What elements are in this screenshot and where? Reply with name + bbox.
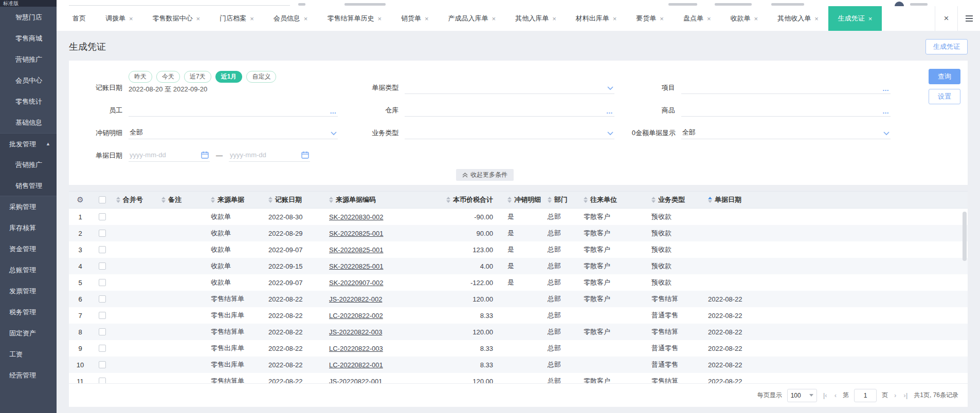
- avatar[interactable]: [895, 2, 904, 6]
- close-icon[interactable]: ×: [707, 15, 711, 23]
- row-checkbox[interactable]: [99, 328, 106, 335]
- tab-收款单[interactable]: 收款单×: [721, 6, 768, 31]
- ellipsis-icon[interactable]: …: [882, 107, 890, 115]
- ellipsis-icon[interactable]: …: [330, 107, 337, 115]
- sidebar-item-基础信息[interactable]: 基础信息: [0, 112, 57, 133]
- tab-零售数据中心[interactable]: 零售数据中心×: [143, 6, 210, 31]
- column-header-来源单据[interactable]: 来源单据: [208, 192, 265, 208]
- sidebar-item-资金管理[interactable]: 资金管理: [0, 238, 57, 259]
- tab-销货单[interactable]: 销货单×: [391, 6, 439, 31]
- source-doc-link[interactable]: LC-20220822-003: [329, 345, 383, 352]
- zero-amount-select[interactable]: 全部: [681, 126, 891, 139]
- doc-date-end-input[interactable]: yyyy-mm-dd: [229, 148, 310, 162]
- settings-button[interactable]: 设置: [929, 89, 960, 104]
- sort-icon[interactable]: [548, 197, 552, 203]
- last-page-icon[interactable]: ›|: [902, 391, 909, 399]
- column-header-部门[interactable]: 部门: [545, 192, 580, 208]
- source-doc-link[interactable]: SK-20220907-002: [329, 279, 384, 287]
- close-icon[interactable]: ×: [129, 15, 133, 23]
- tab-要货单[interactable]: 要货单×: [626, 6, 674, 31]
- column-header-备注[interactable]: 备注: [158, 192, 208, 208]
- table-row[interactable]: 5收款单2022-09-07SK-20220907-002-122.00是总部零…: [69, 274, 968, 291]
- source-doc-link[interactable]: SK-20220825-001: [329, 246, 384, 254]
- column-header-记账日期[interactable]: 记账日期: [265, 192, 326, 208]
- source-doc-link[interactable]: JS-20220822-002: [329, 295, 382, 303]
- tab-零售结算单历史[interactable]: 零售结算单历史×: [317, 6, 391, 31]
- column-header-来源单据编码[interactable]: 来源单据编码: [326, 192, 404, 208]
- sort-icon[interactable]: [584, 197, 588, 203]
- sidebar-item-营销推广[interactable]: 营销推广: [0, 49, 57, 70]
- row-checkbox[interactable]: [99, 361, 106, 368]
- doc-date-start-input[interactable]: yyyy-mm-dd: [129, 148, 210, 162]
- close-icon[interactable]: ×: [613, 15, 617, 23]
- sidebar-item-销售管理[interactable]: 销售管理: [0, 175, 57, 196]
- sidebar-item-智慧门店[interactable]: 智慧门店: [0, 7, 57, 28]
- sidebar-item-营销推广[interactable]: 营销推广: [0, 154, 57, 175]
- row-checkbox[interactable]: [99, 230, 106, 237]
- tab-盘点单[interactable]: 盘点单×: [674, 6, 721, 31]
- source-doc-link[interactable]: SK-20220825-001: [329, 230, 384, 237]
- column-header-单据日期[interactable]: 单据日期: [705, 192, 968, 208]
- sort-icon[interactable]: [446, 197, 450, 203]
- row-checkbox[interactable]: [99, 345, 106, 352]
- sidebar-item-采购管理[interactable]: 采购管理: [0, 196, 57, 217]
- date-preset-近7天[interactable]: 近7天: [184, 71, 211, 83]
- source-doc-link[interactable]: LC-20220822-002: [329, 312, 383, 320]
- row-checkbox[interactable]: [99, 246, 106, 253]
- date-preset-今天[interactable]: 今天: [156, 71, 180, 83]
- select-all-checkbox[interactable]: [99, 196, 106, 203]
- page-number-input[interactable]: [854, 389, 877, 402]
- date-preset-近1月[interactable]: 近1月: [215, 71, 243, 83]
- close-icon[interactable]: ×: [304, 15, 308, 23]
- table-row[interactable]: 7零售出库单2022-08-22LC-20220822-0028.33总部普通零…: [69, 307, 968, 324]
- employee-input[interactable]: …: [129, 103, 338, 117]
- business-type-select[interactable]: [405, 126, 614, 139]
- ellipsis-icon[interactable]: …: [882, 85, 890, 92]
- column-header-业务类型[interactable]: 业务类型: [648, 192, 705, 208]
- sidebar-item-零售统计[interactable]: 零售统计: [0, 91, 57, 112]
- collapse-conditions-button[interactable]: 收起更多条件: [456, 169, 514, 181]
- sort-icon[interactable]: [161, 197, 166, 203]
- sort-icon[interactable]: [651, 197, 656, 203]
- tab-其他入库单[interactable]: 其他入库单×: [505, 6, 566, 31]
- sort-icon[interactable]: [116, 197, 120, 203]
- sidebar-item-工资[interactable]: 工资: [0, 344, 57, 365]
- vertical-scrollbar[interactable]: [963, 212, 967, 261]
- source-doc-link[interactable]: SK-20220830-002: [329, 213, 384, 221]
- close-icon[interactable]: ×: [552, 15, 556, 23]
- close-icon[interactable]: ×: [660, 15, 664, 23]
- tab-调拨单[interactable]: 调拨单×: [96, 6, 143, 31]
- close-all-tabs-button[interactable]: ×: [935, 6, 957, 31]
- tab-产成品入库单[interactable]: 产成品入库单×: [439, 6, 506, 31]
- tab-会员信息[interactable]: 会员信息×: [264, 6, 318, 31]
- sidebar-item-总账管理[interactable]: 总账管理: [0, 259, 57, 280]
- project-input[interactable]: …: [681, 81, 891, 94]
- close-icon[interactable]: ×: [377, 15, 382, 23]
- table-row[interactable]: 10零售出库单2022-08-22LC-20220822-0018.33总部普通…: [69, 356, 968, 373]
- source-doc-link[interactable]: LC-20220822-001: [329, 361, 383, 369]
- table-row[interactable]: 2收款单2022-08-29SK-20220825-00190.00是总部零散客…: [69, 225, 968, 241]
- close-icon[interactable]: ×: [250, 15, 254, 23]
- close-icon[interactable]: ×: [868, 15, 873, 23]
- source-doc-link[interactable]: SK-20220825-001: [329, 262, 384, 270]
- sort-icon[interactable]: [211, 197, 215, 203]
- next-page-icon[interactable]: ›: [893, 391, 897, 399]
- sidebar-item-经营管理[interactable]: 经营管理: [0, 365, 57, 386]
- table-row[interactable]: 8零售结算单2022-08-22JS-20220822-003120.00总部零…: [69, 324, 968, 340]
- date-preset-昨天[interactable]: 昨天: [129, 71, 152, 83]
- close-icon[interactable]: ×: [754, 15, 758, 23]
- first-page-icon[interactable]: |‹: [822, 391, 828, 399]
- tab-门店档案[interactable]: 门店档案×: [210, 6, 264, 31]
- sidebar-item-批发管理[interactable]: 批发管理▲: [0, 133, 57, 154]
- row-checkbox[interactable]: [99, 262, 106, 270]
- source-doc-link[interactable]: JS-20220822-001: [329, 378, 382, 384]
- sidebar-item-零售商城[interactable]: 零售商城: [0, 28, 57, 49]
- close-icon[interactable]: ×: [814, 15, 819, 23]
- sidebar-item-固定资产[interactable]: 固定资产: [0, 323, 57, 344]
- column-header-本币价税合计[interactable]: 本币价税合计: [404, 192, 504, 208]
- source-doc-link[interactable]: JS-20220822-003: [329, 328, 382, 336]
- tab-材料出库单[interactable]: 材料出库单×: [566, 6, 627, 31]
- tab-生成凭证[interactable]: 生成凭证×: [828, 6, 882, 31]
- sidebar-item-库存核算[interactable]: 库存核算: [0, 217, 57, 238]
- table-row[interactable]: 9零售出库单2022-08-22LC-20220822-0038.33总部普通零…: [69, 340, 968, 356]
